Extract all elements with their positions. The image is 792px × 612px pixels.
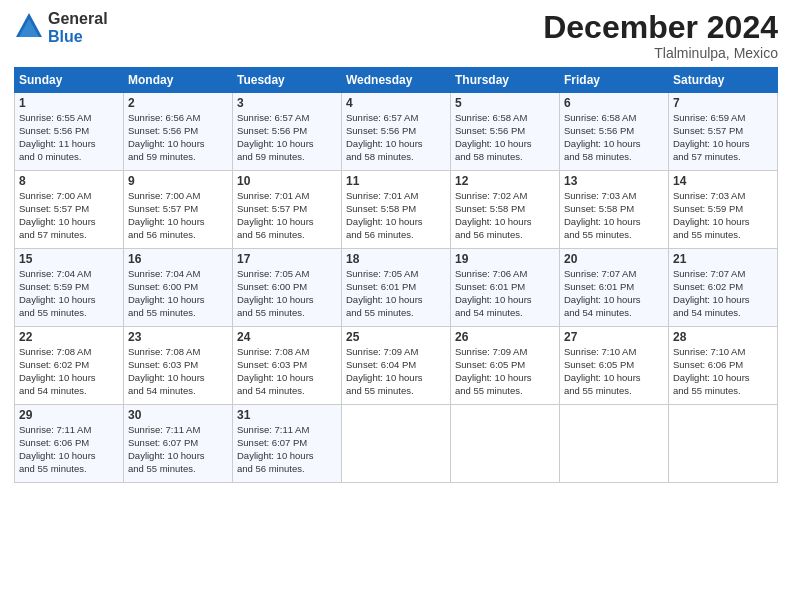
day-info: Sunrise: 7:05 AM Sunset: 6:01 PM Dayligh… xyxy=(346,268,446,319)
day-number: 25 xyxy=(346,330,446,344)
calendar-cell: 9Sunrise: 7:00 AM Sunset: 5:57 PM Daylig… xyxy=(124,171,233,249)
day-info: Sunrise: 7:03 AM Sunset: 5:59 PM Dayligh… xyxy=(673,190,773,241)
day-info: Sunrise: 7:10 AM Sunset: 6:06 PM Dayligh… xyxy=(673,346,773,397)
day-number: 13 xyxy=(564,174,664,188)
day-number: 27 xyxy=(564,330,664,344)
day-info: Sunrise: 7:01 AM Sunset: 5:57 PM Dayligh… xyxy=(237,190,337,241)
day-info: Sunrise: 7:09 AM Sunset: 6:05 PM Dayligh… xyxy=(455,346,555,397)
day-header-sunday: Sunday xyxy=(15,68,124,93)
day-header-monday: Monday xyxy=(124,68,233,93)
day-number: 5 xyxy=(455,96,555,110)
day-info: Sunrise: 7:06 AM Sunset: 6:01 PM Dayligh… xyxy=(455,268,555,319)
day-number: 22 xyxy=(19,330,119,344)
calendar-cell: 30Sunrise: 7:11 AM Sunset: 6:07 PM Dayli… xyxy=(124,405,233,483)
day-number: 3 xyxy=(237,96,337,110)
day-info: Sunrise: 7:10 AM Sunset: 6:05 PM Dayligh… xyxy=(564,346,664,397)
day-number: 30 xyxy=(128,408,228,422)
day-info: Sunrise: 7:08 AM Sunset: 6:02 PM Dayligh… xyxy=(19,346,119,397)
day-info: Sunrise: 7:04 AM Sunset: 5:59 PM Dayligh… xyxy=(19,268,119,319)
calendar-cell: 14Sunrise: 7:03 AM Sunset: 5:59 PM Dayli… xyxy=(669,171,778,249)
day-number: 15 xyxy=(19,252,119,266)
day-number: 6 xyxy=(564,96,664,110)
day-number: 8 xyxy=(19,174,119,188)
day-info: Sunrise: 6:58 AM Sunset: 5:56 PM Dayligh… xyxy=(455,112,555,163)
day-number: 17 xyxy=(237,252,337,266)
day-number: 24 xyxy=(237,330,337,344)
calendar-cell: 2Sunrise: 6:56 AM Sunset: 5:56 PM Daylig… xyxy=(124,93,233,171)
logo-general: General xyxy=(48,10,108,28)
calendar-cell xyxy=(451,405,560,483)
day-number: 4 xyxy=(346,96,446,110)
calendar-cell: 15Sunrise: 7:04 AM Sunset: 5:59 PM Dayli… xyxy=(15,249,124,327)
day-info: Sunrise: 6:55 AM Sunset: 5:56 PM Dayligh… xyxy=(19,112,119,163)
day-info: Sunrise: 7:03 AM Sunset: 5:58 PM Dayligh… xyxy=(564,190,664,241)
title-section: December 2024 Tlalminulpa, Mexico xyxy=(543,10,778,61)
calendar-cell: 10Sunrise: 7:01 AM Sunset: 5:57 PM Dayli… xyxy=(233,171,342,249)
calendar-cell: 20Sunrise: 7:07 AM Sunset: 6:01 PM Dayli… xyxy=(560,249,669,327)
day-header-wednesday: Wednesday xyxy=(342,68,451,93)
day-info: Sunrise: 7:08 AM Sunset: 6:03 PM Dayligh… xyxy=(237,346,337,397)
calendar-cell: 12Sunrise: 7:02 AM Sunset: 5:58 PM Dayli… xyxy=(451,171,560,249)
calendar-cell: 19Sunrise: 7:06 AM Sunset: 6:01 PM Dayli… xyxy=(451,249,560,327)
day-number: 14 xyxy=(673,174,773,188)
day-info: Sunrise: 7:02 AM Sunset: 5:58 PM Dayligh… xyxy=(455,190,555,241)
calendar-cell: 11Sunrise: 7:01 AM Sunset: 5:58 PM Dayli… xyxy=(342,171,451,249)
header: General Blue December 2024 Tlalminulpa, … xyxy=(14,10,778,61)
day-number: 23 xyxy=(128,330,228,344)
month-title: December 2024 xyxy=(543,10,778,45)
calendar-cell: 13Sunrise: 7:03 AM Sunset: 5:58 PM Dayli… xyxy=(560,171,669,249)
day-number: 11 xyxy=(346,174,446,188)
day-number: 12 xyxy=(455,174,555,188)
calendar-cell: 6Sunrise: 6:58 AM Sunset: 5:56 PM Daylig… xyxy=(560,93,669,171)
day-info: Sunrise: 6:58 AM Sunset: 5:56 PM Dayligh… xyxy=(564,112,664,163)
calendar-cell: 23Sunrise: 7:08 AM Sunset: 6:03 PM Dayli… xyxy=(124,327,233,405)
calendar-week-2: 8Sunrise: 7:00 AM Sunset: 5:57 PM Daylig… xyxy=(15,171,778,249)
day-number: 31 xyxy=(237,408,337,422)
logo-blue: Blue xyxy=(48,28,108,46)
calendar-cell: 29Sunrise: 7:11 AM Sunset: 6:06 PM Dayli… xyxy=(15,405,124,483)
calendar-cell xyxy=(342,405,451,483)
calendar-cell: 27Sunrise: 7:10 AM Sunset: 6:05 PM Dayli… xyxy=(560,327,669,405)
calendar-cell: 26Sunrise: 7:09 AM Sunset: 6:05 PM Dayli… xyxy=(451,327,560,405)
day-info: Sunrise: 7:04 AM Sunset: 6:00 PM Dayligh… xyxy=(128,268,228,319)
calendar-cell: 5Sunrise: 6:58 AM Sunset: 5:56 PM Daylig… xyxy=(451,93,560,171)
calendar-cell: 18Sunrise: 7:05 AM Sunset: 6:01 PM Dayli… xyxy=(342,249,451,327)
day-info: Sunrise: 6:57 AM Sunset: 5:56 PM Dayligh… xyxy=(237,112,337,163)
day-info: Sunrise: 7:09 AM Sunset: 6:04 PM Dayligh… xyxy=(346,346,446,397)
day-number: 9 xyxy=(128,174,228,188)
calendar-cell: 24Sunrise: 7:08 AM Sunset: 6:03 PM Dayli… xyxy=(233,327,342,405)
day-info: Sunrise: 6:59 AM Sunset: 5:57 PM Dayligh… xyxy=(673,112,773,163)
calendar-cell xyxy=(669,405,778,483)
day-header-saturday: Saturday xyxy=(669,68,778,93)
day-info: Sunrise: 7:11 AM Sunset: 6:07 PM Dayligh… xyxy=(128,424,228,475)
main-container: General Blue December 2024 Tlalminulpa, … xyxy=(0,0,792,493)
day-number: 28 xyxy=(673,330,773,344)
calendar-cell: 7Sunrise: 6:59 AM Sunset: 5:57 PM Daylig… xyxy=(669,93,778,171)
calendar-week-4: 22Sunrise: 7:08 AM Sunset: 6:02 PM Dayli… xyxy=(15,327,778,405)
day-info: Sunrise: 7:00 AM Sunset: 5:57 PM Dayligh… xyxy=(19,190,119,241)
day-number: 16 xyxy=(128,252,228,266)
day-info: Sunrise: 7:07 AM Sunset: 6:01 PM Dayligh… xyxy=(564,268,664,319)
day-number: 21 xyxy=(673,252,773,266)
day-number: 7 xyxy=(673,96,773,110)
calendar-cell xyxy=(560,405,669,483)
calendar-cell: 8Sunrise: 7:00 AM Sunset: 5:57 PM Daylig… xyxy=(15,171,124,249)
day-number: 20 xyxy=(564,252,664,266)
calendar-cell: 25Sunrise: 7:09 AM Sunset: 6:04 PM Dayli… xyxy=(342,327,451,405)
day-number: 10 xyxy=(237,174,337,188)
calendar-cell: 28Sunrise: 7:10 AM Sunset: 6:06 PM Dayli… xyxy=(669,327,778,405)
calendar-cell: 1Sunrise: 6:55 AM Sunset: 5:56 PM Daylig… xyxy=(15,93,124,171)
calendar-cell: 16Sunrise: 7:04 AM Sunset: 6:00 PM Dayli… xyxy=(124,249,233,327)
location: Tlalminulpa, Mexico xyxy=(543,45,778,61)
day-header-thursday: Thursday xyxy=(451,68,560,93)
logo: General Blue xyxy=(14,10,108,46)
day-info: Sunrise: 7:08 AM Sunset: 6:03 PM Dayligh… xyxy=(128,346,228,397)
day-info: Sunrise: 6:57 AM Sunset: 5:56 PM Dayligh… xyxy=(346,112,446,163)
calendar-week-3: 15Sunrise: 7:04 AM Sunset: 5:59 PM Dayli… xyxy=(15,249,778,327)
calendar-cell: 17Sunrise: 7:05 AM Sunset: 6:00 PM Dayli… xyxy=(233,249,342,327)
day-number: 26 xyxy=(455,330,555,344)
calendar-week-5: 29Sunrise: 7:11 AM Sunset: 6:06 PM Dayli… xyxy=(15,405,778,483)
calendar-cell: 31Sunrise: 7:11 AM Sunset: 6:07 PM Dayli… xyxy=(233,405,342,483)
day-info: Sunrise: 7:07 AM Sunset: 6:02 PM Dayligh… xyxy=(673,268,773,319)
day-info: Sunrise: 7:01 AM Sunset: 5:58 PM Dayligh… xyxy=(346,190,446,241)
